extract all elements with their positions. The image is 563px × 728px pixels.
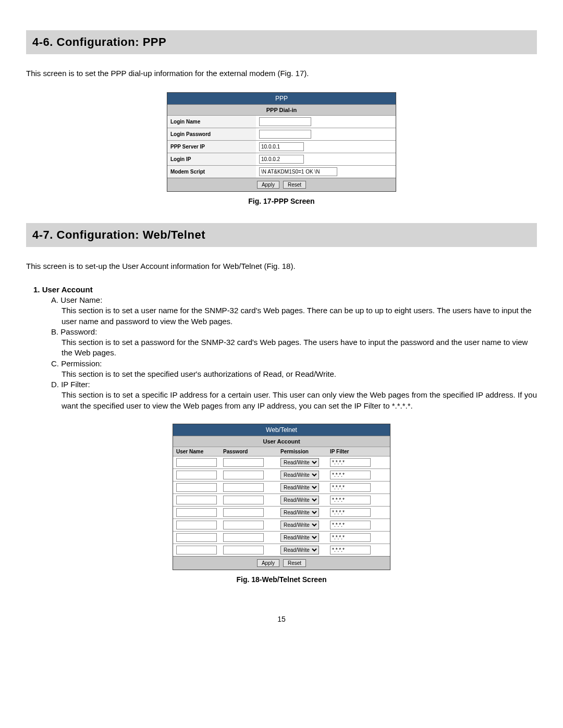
ppp-button-row: Apply Reset [167, 178, 396, 191]
wt-pass-input[interactable] [223, 533, 264, 542]
table-row: Read/Write [173, 456, 390, 468]
wt-user-input[interactable] [176, 546, 217, 554]
wt-perm-select[interactable]: Read/Write [280, 521, 319, 529]
user-account-item-b: B. Password: This section is to set a pa… [51, 327, 537, 359]
section-intro-ppp: This screen is to set the PPP dial-up in… [26, 69, 537, 78]
wt-pass-input[interactable] [223, 471, 264, 479]
ppp-reset-button[interactable]: Reset [283, 181, 306, 189]
wt-perm-select[interactable]: Read/Write [280, 508, 319, 517]
ppp-title: PPP [167, 93, 396, 104]
table-row: Read/Write [173, 544, 390, 556]
wt-perm-select[interactable]: Read/Write [280, 483, 319, 492]
wt-perm-select[interactable]: Read/Write [280, 546, 319, 554]
wt-pass-input[interactable] [223, 508, 264, 517]
user-account-item-d: D. IP Filter: This section is to set a s… [51, 379, 537, 411]
table-row: Read/Write [173, 493, 390, 506]
table-row: Read/Write [173, 531, 390, 544]
wt-pass-input[interactable] [223, 521, 264, 529]
ua-d-desc: This section is to set a specific IP add… [62, 390, 537, 411]
wt-perm-select[interactable]: Read/Write [280, 458, 319, 467]
wt-ipf-input[interactable] [330, 508, 371, 517]
wt-perm-select[interactable]: Read/Write [280, 533, 319, 542]
wt-col-ipf: IP Filter [327, 447, 390, 456]
ua-c-label: C. Permission: [51, 359, 102, 368]
section-intro-webtelnet: This screen is to set-up the User Accoun… [26, 262, 537, 270]
wt-ipf-input[interactable] [330, 546, 371, 554]
wt-user-input[interactable] [176, 521, 217, 529]
table-row: Read/Write [173, 481, 390, 493]
ppp-login-password-input[interactable] [259, 130, 311, 139]
wt-button-row: Apply Reset [173, 556, 390, 570]
ppp-screenshot: PPP PPP Dial-in Login Name Login Passwor… [167, 92, 396, 192]
ppp-subtitle: PPP Dial-in [167, 104, 396, 115]
ua-b-label: B. Password: [51, 327, 97, 336]
section-header-webtelnet: 4-7. Configuration: Web/Telnet [26, 223, 537, 247]
wt-apply-button[interactable]: Apply [257, 559, 279, 567]
ppp-login-name-label: Login Name [167, 116, 256, 128]
wt-title: Web/Telnet [173, 424, 390, 436]
wt-user-input[interactable] [176, 508, 217, 517]
wt-ipf-input[interactable] [330, 533, 371, 542]
wt-ipf-input[interactable] [330, 471, 371, 479]
user-account-heading: 1. User Account [33, 285, 537, 294]
wt-ipf-input[interactable] [330, 483, 371, 492]
section-header-ppp: 4-6. Configuration: PPP [26, 30, 537, 54]
ppp-table: Login Name Login Password PPP Server IP … [167, 115, 396, 178]
wt-col-pass: Password [220, 447, 277, 456]
wt-reset-button[interactable]: Reset [283, 559, 306, 567]
wt-caption: Fig. 18-Web/Telnet Screen [26, 575, 537, 584]
ppp-server-ip-input[interactable] [259, 142, 304, 151]
webtelnet-screenshot: Web/Telnet User Account User Name Passwo… [173, 424, 390, 570]
wt-perm-select[interactable]: Read/Write [280, 496, 319, 504]
ppp-server-ip-label: PPP Server IP [167, 141, 256, 153]
ppp-login-ip-label: Login IP [167, 153, 256, 166]
wt-pass-input[interactable] [223, 496, 264, 504]
table-row: Read/Write [173, 519, 390, 531]
wt-user-input[interactable] [176, 496, 217, 504]
user-account-item-a: A. User Name: This section is to set a u… [51, 295, 537, 327]
wt-subtitle: User Account [173, 436, 390, 447]
ppp-apply-button[interactable]: Apply [257, 181, 279, 189]
user-account-block: 1. User Account A. User Name: This secti… [33, 285, 537, 411]
wt-pass-input[interactable] [223, 458, 264, 467]
ua-b-desc: This section is to set a password for th… [62, 337, 537, 359]
wt-pass-input[interactable] [223, 483, 264, 492]
section-heading-ppp: 4-6. Configuration: PPP [32, 35, 531, 49]
ua-a-desc: This section is to set a user name for t… [62, 305, 537, 327]
ppp-modem-script-label: Modem Script [167, 166, 256, 178]
wt-pass-input[interactable] [223, 546, 264, 554]
ppp-modem-script-input[interactable] [259, 167, 337, 176]
wt-ipf-input[interactable] [330, 458, 371, 467]
ppp-caption: Fig. 17-PPP Screen [26, 197, 537, 205]
wt-perm-select[interactable]: Read/Write [280, 471, 319, 479]
user-account-item-c: C. Permission: This section is to set th… [51, 359, 537, 380]
ua-a-label: A. User Name: [51, 295, 102, 304]
page-number: 15 [26, 615, 537, 623]
wt-user-input[interactable] [176, 471, 217, 479]
webtelnet-screenshot-wrap: Web/Telnet User Account User Name Passwo… [26, 424, 537, 570]
wt-ipf-input[interactable] [330, 521, 371, 529]
wt-user-input[interactable] [176, 533, 217, 542]
ppp-screenshot-wrap: PPP PPP Dial-in Login Name Login Passwor… [26, 92, 537, 192]
ua-c-desc: This section is to set the specified use… [62, 369, 537, 379]
wt-user-input[interactable] [176, 458, 217, 467]
wt-col-user: User Name [173, 447, 220, 456]
ua-d-label: D. IP Filter: [51, 380, 90, 389]
ppp-login-name-input[interactable] [259, 117, 311, 126]
wt-user-input[interactable] [176, 483, 217, 492]
ppp-login-ip-input[interactable] [259, 155, 304, 164]
table-row: Read/Write [173, 506, 390, 519]
wt-col-perm: Permission [277, 447, 327, 456]
section-heading-webtelnet: 4-7. Configuration: Web/Telnet [32, 228, 531, 242]
ppp-login-password-label: Login Password [167, 128, 256, 141]
table-row: Read/Write [173, 468, 390, 481]
wt-table: User Name Password Permission IP Filter … [173, 447, 390, 556]
wt-ipf-input[interactable] [330, 496, 371, 504]
